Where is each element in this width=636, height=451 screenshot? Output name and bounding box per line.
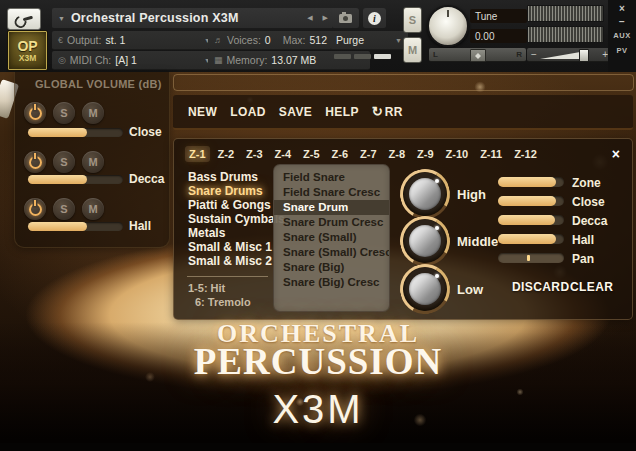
next-instrument-icon[interactable]: ▶ <box>321 12 330 24</box>
help-button[interactable]: HELP <box>325 105 359 119</box>
low-knob[interactable] <box>403 267 447 311</box>
clear-button[interactable]: CLEAR <box>570 280 613 294</box>
decca-mic-slider[interactable] <box>498 215 564 225</box>
tab-z10[interactable]: Z-10 <box>442 146 473 162</box>
slider-fill <box>28 128 87 137</box>
channel-label: Hall <box>129 219 151 233</box>
mute-button[interactable]: M <box>403 37 422 63</box>
volume-slider[interactable]: − + <box>527 48 612 62</box>
close-icon[interactable]: × <box>610 148 622 160</box>
tab-z11[interactable]: Z-11 <box>476 146 506 162</box>
slider-fill <box>28 175 87 184</box>
tab-z8[interactable]: Z-8 <box>385 146 410 162</box>
solo-button[interactable]: S <box>53 151 75 173</box>
close-mic-slider[interactable] <box>498 196 564 206</box>
purge-meter-bars <box>334 54 394 60</box>
midi-channel-select[interactable]: ◎ MIDI Ch: [A] 1 ▼ <box>52 51 217 70</box>
tab-z6[interactable]: Z-6 <box>328 146 353 162</box>
volume-minus[interactable]: − <box>531 49 537 60</box>
output-select[interactable]: € Output: st. 1 ▼ <box>52 31 217 50</box>
branding-line2: PERCUSSION <box>0 343 636 380</box>
tab-z9[interactable]: Z-9 <box>413 146 438 162</box>
category-piatti-gongs[interactable]: Piatti & Gongs <box>188 198 271 212</box>
prev-instrument-icon[interactable]: ◀ <box>305 12 314 24</box>
pan-tick <box>527 255 530 261</box>
list-item[interactable]: Snare (Big) Cresc <box>274 275 389 290</box>
solo-button[interactable]: S <box>403 7 422 33</box>
pv-button[interactable]: PV <box>616 44 627 57</box>
close-volume-slider[interactable] <box>28 128 123 137</box>
discard-button[interactable]: DISCARD <box>512 280 569 294</box>
pan-slider[interactable] <box>498 253 564 263</box>
hall-mic-slider[interactable] <box>498 234 564 244</box>
list-item[interactable]: Field Snare <box>274 170 389 185</box>
new-button[interactable]: NEW <box>188 105 217 119</box>
category-metals[interactable]: Metals <box>188 226 225 240</box>
power-button[interactable] <box>24 102 46 124</box>
close-icon[interactable]: × <box>619 3 625 14</box>
list-item[interactable]: Snare Drum Cresc <box>274 215 389 230</box>
edit-wrench-button[interactable] <box>7 8 41 30</box>
tab-z2[interactable]: Z-2 <box>214 146 239 162</box>
middle-knob[interactable] <box>403 219 447 263</box>
slider-fill <box>498 196 556 206</box>
minimize-icon[interactable]: − <box>619 16 625 27</box>
list-item[interactable]: Snare (Small) <box>274 230 389 245</box>
tab-z7[interactable]: Z-7 <box>356 146 381 162</box>
tab-z12[interactable]: Z-12 <box>510 146 541 162</box>
divider <box>187 276 268 277</box>
channel-label: Close <box>129 125 162 139</box>
volume-handle[interactable] <box>579 49 589 62</box>
mute-button[interactable]: M <box>82 151 104 173</box>
sample-list: Field Snare Field Snare Cresc Snare Drum… <box>273 164 390 312</box>
high-knob[interactable] <box>403 172 447 216</box>
max-value: 512 <box>309 34 327 46</box>
info-button[interactable]: i <box>363 8 386 29</box>
list-item[interactable]: Snare (Small) Cresc <box>274 245 389 260</box>
branding-line3: X3M <box>0 389 636 429</box>
list-item[interactable]: Field Snare Cresc <box>274 185 389 200</box>
aux-button[interactable]: AUX <box>613 29 630 42</box>
mute-button[interactable]: M <box>82 198 104 220</box>
background-strip-frame <box>173 74 634 91</box>
hall-volume-slider[interactable] <box>28 222 123 231</box>
tab-z4[interactable]: Z-4 <box>271 146 296 162</box>
category-small-misc-2[interactable]: Small & Misc 2 <box>188 254 272 268</box>
round-robin-icon: ↻ <box>372 107 383 117</box>
power-icon <box>29 203 42 216</box>
purge-label: Purge <box>336 34 364 46</box>
slider-label: Zone <box>572 176 601 190</box>
tab-z1[interactable]: Z-1 <box>185 146 210 162</box>
solo-button[interactable]: S <box>53 102 75 124</box>
tune-value[interactable]: 0.00 <box>470 29 527 43</box>
purge-menu[interactable]: Purge ▼ <box>330 31 408 50</box>
save-button[interactable]: SAVE <box>279 105 312 119</box>
chevron-down-icon[interactable]: ▼ <box>58 15 65 22</box>
voices-icon: ♬ <box>214 35 223 45</box>
branding: ORCHESTRAL PERCUSSION X3M <box>0 321 636 429</box>
tab-z3[interactable]: Z-3 <box>242 146 267 162</box>
list-item[interactable]: Snare (Big) <box>274 260 389 275</box>
tab-z5[interactable]: Z-5 <box>299 146 324 162</box>
level-meters <box>527 5 604 43</box>
category-small-misc-1[interactable]: Small & Misc 1 <box>188 240 272 254</box>
tune-knob[interactable] <box>427 5 469 47</box>
category-sustain-cymbals[interactable]: Sustain Cymbals <box>188 212 285 226</box>
instrument-title-bar[interactable]: ▼ Orchestral Percussion X3M ◀ ▶ <box>52 8 336 29</box>
category-bass-drums[interactable]: Bass Drums <box>188 170 258 184</box>
solo-button[interactable]: S <box>53 198 75 220</box>
pan-slider[interactable]: L R <box>429 48 526 62</box>
decca-volume-slider[interactable] <box>28 175 123 184</box>
snapshot-button[interactable] <box>332 8 359 29</box>
power-button[interactable] <box>24 198 46 220</box>
wrench-icon <box>13 11 35 27</box>
category-snare-drums[interactable]: Snare Drums <box>188 184 263 198</box>
pan-handle[interactable] <box>470 49 486 62</box>
mute-button[interactable]: M <box>82 102 104 124</box>
zone-volume-slider[interactable] <box>498 177 564 187</box>
load-button[interactable]: LOAD <box>230 105 266 119</box>
rr-button[interactable]: ↻ RR <box>372 105 403 119</box>
list-item-selected[interactable]: Snare Drum <box>274 200 389 215</box>
power-button[interactable] <box>24 151 46 173</box>
articulation-note-2: 6: Tremolo <box>195 296 251 308</box>
